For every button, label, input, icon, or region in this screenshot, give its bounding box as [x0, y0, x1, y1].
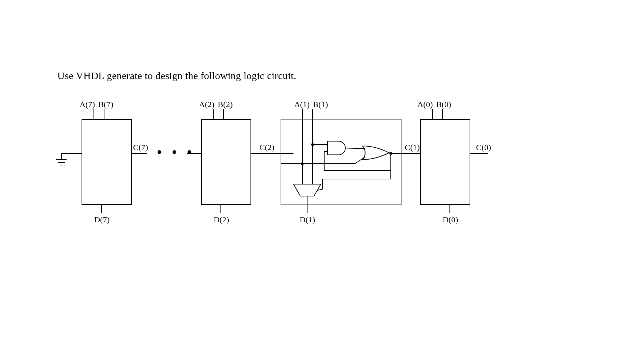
label-b2: B(2): [218, 100, 233, 109]
label-a2: A(2): [199, 100, 214, 109]
label-d1: D(1): [300, 215, 315, 224]
and-gate-icon: [328, 141, 345, 155]
label-a7: A(7): [80, 100, 95, 109]
label-d7: D(7): [94, 215, 110, 224]
or-gate-icon: [362, 146, 389, 160]
svg-line-25: [345, 148, 365, 149]
page: Use VHDL generate to design the followin…: [0, 0, 644, 341]
ellipsis: • • •: [157, 145, 195, 160]
label-a1: A(1): [294, 100, 310, 109]
ground-icon: [56, 160, 67, 165]
label-b7: B(7): [98, 100, 113, 109]
label-d0: D(0): [443, 215, 458, 224]
label-b0: B(0): [436, 100, 451, 109]
svg-rect-38: [420, 119, 470, 205]
block-2: A(2) B(2) D(2): [187, 100, 251, 224]
label-b1: B(1): [313, 100, 328, 109]
label-c2: C(2): [259, 143, 274, 152]
block-0: A(0) B(0) D(0) C(0): [402, 100, 491, 224]
label-a0: A(0): [417, 100, 433, 109]
block-7: A(7) B(7) D(7) C(7): [56, 100, 148, 224]
label-d2: D(2): [214, 215, 229, 224]
svg-rect-0: [82, 119, 131, 205]
label-c1: C(1): [405, 143, 420, 152]
circuit-diagram: A(7) B(7) D(7) C(7) • • • A(2): [0, 0, 644, 341]
label-c0: C(0): [476, 143, 491, 152]
block-1-expanded: C(2) A(1) B(1) C(1): [251, 100, 420, 224]
mux-icon: [294, 184, 321, 196]
svg-line-28: [355, 157, 365, 164]
svg-rect-11: [201, 119, 251, 205]
label-c7: C(7): [133, 143, 148, 152]
svg-point-23: [311, 143, 314, 146]
